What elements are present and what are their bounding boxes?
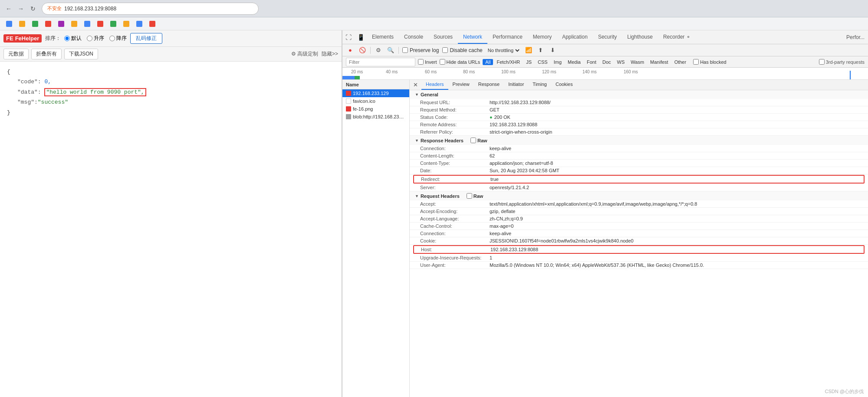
tab-application[interactable]: Application	[557, 30, 593, 44]
filter-type-doc[interactable]: Doc	[600, 59, 614, 65]
detail-tab-headers[interactable]: Headers	[421, 80, 448, 90]
bookmark-item[interactable]	[16, 20, 28, 28]
response-raw-check[interactable]: Raw	[470, 138, 487, 143]
invert-check[interactable]: Invert	[418, 59, 437, 65]
file-item-blob[interactable]: blob:http://192.168.233.1...	[342, 113, 409, 121]
bookmark-item[interactable]	[95, 20, 106, 28]
request-raw-check[interactable]: Raw	[467, 193, 483, 199]
has-blocked-check[interactable]: Has blocked	[693, 59, 727, 65]
json-line-msg: "msg":"success"	[17, 97, 335, 107]
bookmark-item[interactable]	[30, 20, 41, 28]
bookmark-item[interactable]	[69, 20, 80, 28]
separator	[370, 47, 371, 54]
general-section-header[interactable]: ▼ General	[410, 90, 868, 99]
bookmark-item[interactable]	[82, 20, 93, 28]
third-party-filter[interactable]: 3rd-party requests	[819, 59, 865, 65]
filter-type-media[interactable]: Media	[565, 59, 583, 65]
back-button[interactable]: ←	[3, 3, 14, 14]
filter-type-ws[interactable]: WS	[615, 59, 628, 65]
sort-desc[interactable]: 降序	[109, 35, 127, 42]
filter-type-all[interactable]: All	[483, 59, 493, 65]
record-button[interactable]: ●	[346, 46, 355, 55]
collapse-all-button[interactable]: 折叠所有	[31, 49, 62, 59]
clear-button[interactable]: 🚫	[358, 46, 367, 55]
file-item-favicon[interactable]: favicon.ico	[342, 97, 409, 105]
filter-input[interactable]	[346, 58, 415, 66]
tl-label-20: 20 ms	[351, 69, 363, 74]
response-headers-section: ▼ Response Headers Raw Connection: keep-…	[410, 136, 868, 191]
tab-security[interactable]: Security	[593, 30, 622, 44]
bookmark-item[interactable]	[108, 20, 119, 28]
disable-cache-check[interactable]: Disable cache	[442, 47, 482, 53]
detail-tab-timing[interactable]: Timing	[528, 80, 551, 90]
download-icon-button[interactable]: ⬇	[549, 46, 557, 55]
detail-tab-cookies[interactable]: Cookies	[551, 80, 577, 90]
close-details-button[interactable]: ✕	[410, 80, 421, 90]
tab-recorder[interactable]: Recorder ⚬	[658, 30, 696, 44]
bookmark-item[interactable]	[43, 20, 54, 28]
filter-type-fetch[interactable]: Fetch/XHR	[494, 59, 523, 65]
json-line-data: "data": "hello world from 9090 port",	[17, 87, 335, 97]
address-bar[interactable]: 不安全 192.168.233.129:8088	[42, 3, 259, 15]
sort-radio-group: 默认 升序 降序	[64, 35, 127, 42]
filter-type-js[interactable]: JS	[523, 59, 534, 65]
left-panel: FE FeHelper 排序： 默认 升序 降序 乱码修正	[0, 30, 342, 397]
filter-type-wasm[interactable]: Wasm	[628, 59, 647, 65]
bookmark-item[interactable]	[56, 20, 67, 28]
timeline-bar: 20 ms 40 ms 60 ms 80 ms 100 ms 120 ms 14…	[342, 68, 868, 80]
detail-tab-initiator[interactable]: Initiator	[504, 80, 528, 90]
filter-type-manifest[interactable]: Manifest	[648, 59, 671, 65]
download-json-button[interactable]: 下载JSON	[64, 49, 98, 59]
refresh-button[interactable]: ↻	[28, 3, 38, 14]
hide-link[interactable]: 隐藏>>	[322, 50, 338, 58]
network-toolbar: ● 🚫 ⚙ 🔍 Preserve log Disable cache No th…	[342, 44, 868, 56]
timeline-segment-blue	[342, 76, 355, 79]
sort-asc[interactable]: 升序	[87, 35, 104, 42]
prop-content-type: Content-Type: application/json; charset=…	[410, 160, 868, 167]
request-headers-section-header[interactable]: ▼ Request Headers Raw	[410, 191, 868, 200]
tl-label-140: 140 ms	[582, 69, 597, 74]
tab-network[interactable]: Network	[458, 30, 487, 44]
devtools-more-tabs[interactable]: Perfor...	[843, 34, 868, 40]
devtools-device-icon[interactable]: 📱	[355, 31, 367, 43]
sort-default[interactable]: 默认	[64, 35, 82, 42]
wifi-icon-button[interactable]: 📶	[524, 46, 533, 55]
file-item-fe16[interactable]: fe-16.png	[342, 105, 409, 113]
json-line-code: "code": 0,	[17, 77, 335, 87]
nav-buttons: ← → ↻	[3, 3, 38, 14]
bookmark-item[interactable]	[147, 20, 158, 28]
detail-tab-response[interactable]: Response	[474, 80, 504, 90]
filter-type-css[interactable]: CSS	[535, 59, 550, 65]
bookmark-item[interactable]	[121, 20, 132, 28]
tab-lighthouse[interactable]: Lighthouse	[622, 30, 658, 44]
fix-encoding-button[interactable]: 乱码修正	[130, 33, 162, 44]
file-item-192[interactable]: 192.168.233.129	[342, 89, 409, 97]
tab-elements[interactable]: Elements	[367, 30, 399, 44]
filter-type-other[interactable]: Other	[672, 59, 689, 65]
tab-console[interactable]: Console	[399, 30, 428, 44]
bookmarks-bar	[0, 17, 868, 30]
metadata-button[interactable]: 元数据	[3, 49, 29, 59]
preserve-log-check[interactable]: Preserve log	[402, 47, 439, 53]
hide-data-urls-check[interactable]: Hide data URLs	[440, 59, 480, 65]
throttle-select[interactable]: No throttling	[486, 47, 521, 53]
tab-performance[interactable]: Performance	[487, 30, 528, 44]
upload-icon-button[interactable]: ⬆	[536, 46, 545, 55]
file-icon-favicon	[346, 98, 351, 104]
bookmark-item[interactable]	[3, 20, 15, 28]
prop-ua: User-Agent: Mozilla/5.0 (Windows NT 10.0…	[410, 262, 868, 269]
filter-type-img[interactable]: Img	[551, 59, 564, 65]
tab-memory[interactable]: Memory	[528, 30, 557, 44]
filter-icon-button[interactable]: ⚙	[374, 46, 383, 55]
prop-cookie: Cookie: JSESSIONID.1607f54f=node01rbwlfw…	[410, 237, 868, 245]
file-list-header: Name	[342, 80, 409, 89]
detail-tab-preview[interactable]: Preview	[448, 80, 474, 90]
devtools-inspect-icon[interactable]: ⛶	[342, 31, 355, 43]
response-headers-section-header[interactable]: ▼ Response Headers Raw	[410, 136, 868, 145]
search-button[interactable]: 🔍	[386, 46, 395, 55]
forward-button[interactable]: →	[16, 3, 26, 14]
filter-type-font[interactable]: Font	[584, 59, 599, 65]
tab-sources[interactable]: Sources	[428, 30, 458, 44]
settings-link[interactable]: ⚙ 高级定制	[291, 50, 318, 58]
bookmark-item[interactable]	[134, 20, 145, 28]
